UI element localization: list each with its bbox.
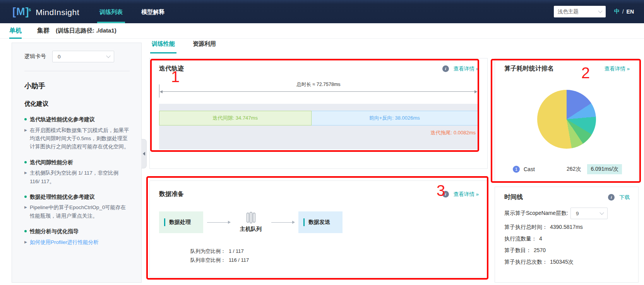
tab-resource-utilization[interactable]: 资源利用 [191,39,218,53]
nav-train-list[interactable]: 训练列表 [97,0,125,23]
chevron-down-icon [598,9,602,13]
info-icon[interactable]: i [442,65,449,72]
queue-stats: 队列为空比例： 1 / 117 队列非空比例： 116 / 117 [187,247,487,265]
scope-name-row: 展示算子ScopeName层数: 9 [504,208,630,219]
node-accent-bar [164,218,165,226]
data-prep-detail-link[interactable]: 查看详情 » [454,191,479,198]
chevron-down-icon [599,210,604,215]
rank-badge: 1 [513,166,520,173]
lang-separator: / [622,9,624,15]
sidebar-divider [24,71,130,71]
total-duration-label: 总时长 ≈ 72.7578ms [159,81,478,88]
theme-select[interactable]: 浅色主题 [554,6,606,17]
suggestion-item-data-process: 数据处理性能优化参考建议 ▶Pipeline中的算子EpochCtrlOp_0可… [24,193,130,220]
app-logo: [M]s MindInsight [12,6,79,18]
suggestion-item-title: 性能分析与优化指导 [30,228,79,235]
sidebar-collapse-handle[interactable] [141,139,147,168]
train-log-path: (训练日志路径: ./data1) [56,27,116,34]
suggestion-item-detail: 主机侧队列为空比例 1/ 117，非空比例 116/ 117。 [30,169,130,185]
info-icon[interactable]: i [608,194,615,201]
op-rank-card: 算子耗时统计排名 查看详情 » 1 Cast 262次 6.091ms/次 [495,58,639,183]
flow-arrow-icon [207,222,230,223]
step-gap-bar[interactable]: 迭代间隙: 34.747ms [159,111,312,125]
top-nav: 训练列表 模型解释 [97,0,181,23]
flow-node-data-send[interactable]: 数据发送 [298,211,343,233]
tab-single-machine[interactable]: 单机 [9,23,22,39]
timeline-title: 时间线 [504,193,523,201]
logic-card-label: 逻辑卡号 [24,53,46,60]
scope-name-select[interactable]: 9 [570,208,608,219]
data-prep-title: 数据准备 [159,190,184,198]
suggestion-item-step-gap: 迭代间隙性能分析 ▶主机侧队列为空比例 1/ 117，非空比例 116/ 117… [24,159,130,185]
triangle-right-icon: ▶ [24,203,30,220]
triangle-right-icon: ▶ [24,169,30,185]
suggestion-title: 优化建议 [24,100,130,108]
suggestion-item-title: 数据处理性能优化参考建议 [30,193,95,201]
sub-header: 单机 集群 (训练日志路径: ./data1) [0,23,644,39]
language-switch: 中 / EN [614,8,634,15]
profiler-guide-link[interactable]: 如何使用Profiler进行性能分析 [30,238,99,246]
suggestion-item-step-trace: 迭代轨迹性能优化参考建议 ▶在开启图模式和数据集下沉模式后，如果平均迭代间隙时间… [24,116,130,151]
lang-en-button[interactable]: EN [627,9,634,15]
triangle-right-icon: ▶ [24,238,30,246]
op-rank-title: 算子耗时统计排名 [504,65,554,73]
logo-superscript: s [28,7,31,12]
timeline-card: 时间线 i 下载 展示算子ScopeName层数: 9 算子执行总时间：4390… [495,187,639,283]
timeline-stat-row: 执行流数量：4 [504,235,630,242]
bullet-icon [24,196,27,198]
scope-name-label: 展示算子ScopeName层数: [504,210,568,217]
range-tick-left [159,84,159,98]
app-title: MindInsight [36,8,79,17]
timeline-download-link[interactable]: 下载 [619,194,630,201]
step-trace-title: 迭代轨迹 [159,65,184,73]
sidebar: 逻辑卡号 0 小助手 优化建议 迭代轨迹性能优化参考建议 ▶在开启图模式和数据集… [12,43,142,283]
suggestion-item-title: 迭代间隙性能分析 [30,159,73,167]
queue-nonempty-ratio-row: 队列非空比例： 116 / 117 [187,256,487,265]
flow-arrow-icon [271,222,295,223]
host-queue-label: 主机队列 [240,226,262,233]
op-count: 262次 [567,166,581,173]
nav-model-explain[interactable]: 模型解释 [139,0,167,23]
logic-card-row: 逻辑卡号 0 [24,51,130,62]
op-legend-row[interactable]: 1 Cast 262次 6.091ms/次 [513,164,622,174]
range-arrow-line [160,91,477,92]
theme-select-value: 浅色主题 [558,8,599,15]
info-icon[interactable]: i [442,191,449,197]
header-right: 浅色主题 中 / EN [554,6,634,17]
node-accent-bar [303,218,305,226]
bullet-icon [24,118,27,120]
triangle-right-icon: ▶ [24,126,30,151]
mindinsight-screen: [M]s MindInsight 训练列表 模型解释 浅色主题 中 / EN 单… [0,0,644,285]
total-duration-range: 总时长 ≈ 72.7578ms [159,80,478,98]
op-rank-detail-link[interactable]: 查看详情 » [605,65,630,72]
logic-card-select[interactable]: 0 [52,51,114,62]
tab-cluster[interactable]: 集群 [37,23,50,39]
chevron-down-icon [106,53,110,58]
step-trace-detail-link[interactable]: 查看详情 » [454,65,479,72]
bullet-icon [24,161,27,163]
timeline-stat-row: 算子数目：2570 [504,247,630,254]
op-name: Cast [524,166,567,172]
tab-train-performance[interactable]: 训练性能 [150,39,176,53]
app-header: [M]s MindInsight 训练列表 模型解释 浅色主题 中 / EN [0,0,644,23]
flow-node-data-process[interactable]: 数据处理 [159,211,203,233]
timeline-stat-row: 算子执行总时间：4390.5817ms [504,224,630,231]
suggestion-item-title: 迭代轨迹性能优化参考建议 [30,116,95,124]
suggestion-item-detail: 在开启图模式和数据集下沉模式后，如果平均迭代间隙时间大于0.5ms，则数据处理至… [30,126,130,151]
range-tick-right [478,84,478,98]
data-prep-card: 数据准备 i 查看详情 » 数据处理 主机队列 数据发送 [149,180,488,277]
suggestion-item-detail: Pipeline中的算子EpochCtrlOp_0可能存在性能瓶颈，请用户重点关… [30,203,130,220]
op-avg-time: 6.091ms/次 [587,164,622,174]
queue-empty-ratio-row: 队列为空比例： 1 / 117 [187,247,487,256]
queue-icon [244,212,257,223]
lang-zh-button[interactable]: 中 [614,8,620,15]
step-trace-chart: 迭代间隙: 34.747ms 前向+反向: 38.0026ms 迭代拖尾: 0.… [159,104,478,149]
assistant-title: 小助手 [24,81,130,91]
step-fwd-bar[interactable]: 前向+反向: 38.0026ms [312,111,478,125]
logo-mark: [M] [12,6,29,18]
scope-name-select-value: 9 [576,211,600,216]
op-time-pie [537,90,596,149]
suggestion-item-profiler-guide: 性能分析与优化指导 ▶如何使用Profiler进行性能分析 [24,228,130,246]
logic-card-select-value: 0 [58,54,107,60]
step-tail-label: 迭代拖尾: 0.0082ms [431,129,476,136]
